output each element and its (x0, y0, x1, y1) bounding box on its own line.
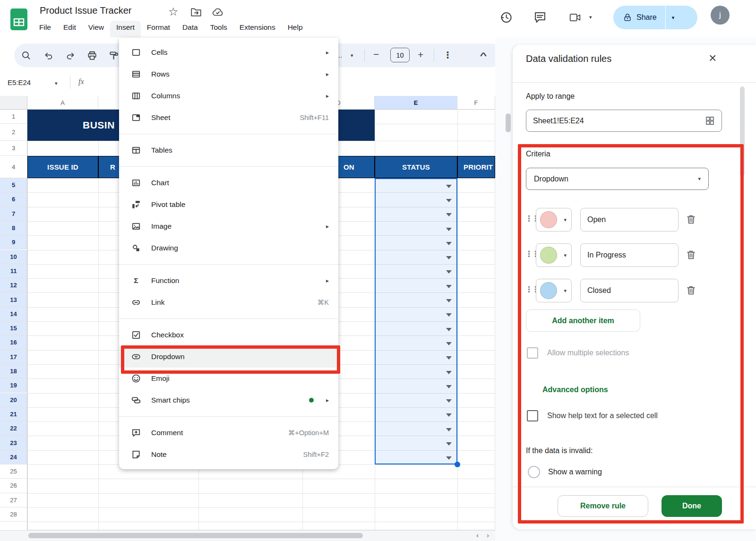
cell-dropdown-caret-icon[interactable] (446, 342, 452, 345)
status-dropdown-cell-E10[interactable] (376, 251, 456, 265)
redo-icon[interactable] (65, 51, 76, 61)
row-header-2[interactable]: 2 (0, 124, 27, 141)
share-caret-icon[interactable]: ▾ (672, 15, 675, 20)
status-dropdown-cell-E24[interactable] (376, 451, 456, 465)
cell-dropdown-caret-icon[interactable] (446, 299, 452, 302)
meet-caret-icon[interactable]: ▾ (589, 15, 592, 20)
toolbar-overflow-icon[interactable]: ⋮ (443, 50, 452, 60)
selected-range-E5-E24[interactable] (375, 178, 457, 464)
row-header-9[interactable]: 9 (0, 235, 27, 249)
cell-dropdown-caret-icon[interactable] (446, 256, 452, 259)
cell-dropdown-caret-icon[interactable] (446, 270, 452, 274)
menubar-item-insert[interactable]: Insert (110, 21, 141, 37)
show-warning-radio[interactable] (528, 466, 540, 478)
row-header-11[interactable]: 11 (0, 264, 27, 278)
remove-rule-button[interactable]: Remove rule (558, 495, 648, 517)
status-dropdown-cell-E22[interactable] (376, 422, 456, 437)
status-dropdown-cell-E14[interactable] (376, 308, 456, 322)
sheets-logo[interactable] (10, 9, 29, 32)
row-header-20[interactable]: 20 (0, 393, 27, 407)
font-dropdown-fragment[interactable]: .. (338, 51, 342, 59)
cell-dropdown-caret-icon[interactable] (446, 428, 452, 431)
cell-dropdown-caret-icon[interactable] (446, 356, 452, 360)
column-header-E[interactable]: E (375, 96, 457, 110)
panel-scrollbar[interactable] (740, 86, 745, 176)
cell-dropdown-caret-icon[interactable] (446, 456, 452, 460)
menu-item-function[interactable]: ΣFunction▸ (119, 270, 338, 292)
menubar-item-data[interactable]: Data (176, 21, 204, 37)
row-header-24[interactable]: 24 (0, 450, 27, 464)
name-box-caret-icon[interactable]: ▾ (55, 81, 58, 86)
move-to-folder-icon[interactable] (190, 6, 202, 18)
print-icon[interactable] (87, 51, 97, 61)
column-header-A[interactable]: A (27, 96, 98, 110)
status-dropdown-cell-E18[interactable] (376, 365, 456, 379)
avatar[interactable]: j (711, 6, 730, 25)
menu-item-image[interactable]: Image▸ (119, 215, 338, 237)
row-header-8[interactable]: 8 (0, 221, 27, 235)
status-dropdown-cell-E12[interactable] (376, 279, 456, 293)
menu-item-sheet[interactable]: SheetShift+F11 (119, 107, 338, 129)
meet-camera-icon[interactable] (568, 11, 582, 24)
option-label-input-1[interactable] (580, 208, 679, 232)
advanced-options-link[interactable]: Advanced options (542, 386, 608, 394)
criteria-select[interactable]: Dropdown ▾ (526, 168, 709, 190)
menu-item-checkbox[interactable]: Checkbox (119, 324, 338, 346)
color-chip-button-3[interactable]: ▾ (536, 279, 572, 302)
allow-multiple-checkbox[interactable] (527, 347, 538, 359)
status-dropdown-cell-E7[interactable] (376, 208, 456, 222)
row-header-25[interactable]: 25 (0, 464, 27, 479)
scroll-left-icon[interactable]: ‹ (476, 531, 479, 539)
status-dropdown-cell-E9[interactable] (376, 236, 456, 250)
menu-item-pivot-table[interactable]: Pivot table (119, 194, 338, 215)
share-button[interactable]: Share ▾ (613, 6, 697, 29)
cell-dropdown-caret-icon[interactable] (446, 213, 452, 216)
column-header-F[interactable]: F (457, 96, 495, 110)
cell-dropdown-caret-icon[interactable] (446, 199, 452, 202)
menu-item-comment[interactable]: Comment⌘+Option+M (119, 422, 338, 444)
color-chip-button-2[interactable]: ▾ (536, 243, 572, 267)
header-cell-E4[interactable]: STATUS (375, 156, 457, 178)
status-dropdown-cell-E15[interactable] (376, 322, 456, 336)
font-size-decrease-button[interactable]: − (373, 49, 379, 60)
menu-item-note[interactable]: NoteShift+F2 (119, 444, 338, 465)
row-header-3[interactable]: 3 (0, 141, 27, 156)
scroll-right-icon[interactable]: › (487, 531, 489, 539)
name-box[interactable]: E5:E24 (8, 78, 31, 86)
option-label-input-2[interactable] (580, 243, 679, 267)
menu-item-drawing[interactable]: Drawing (119, 237, 338, 259)
menubar-item-extensions[interactable]: Extensions (233, 21, 282, 37)
document-title[interactable]: Product Issue Tracker (40, 5, 132, 16)
grid-vertical-scrollbar[interactable] (506, 113, 511, 132)
status-dropdown-cell-E6[interactable] (376, 193, 456, 207)
row-header-19[interactable]: 19 (0, 378, 27, 393)
grid-corner-box[interactable] (0, 96, 27, 110)
paint-format-icon[interactable] (109, 51, 119, 61)
menu-item-dropdown[interactable]: Dropdown (119, 346, 338, 368)
delete-option-icon[interactable] (685, 214, 697, 225)
row-header-16[interactable]: 16 (0, 335, 27, 350)
status-dropdown-cell-E16[interactable] (376, 336, 456, 351)
status-dropdown-cell-E11[interactable] (376, 265, 456, 279)
cell-dropdown-caret-icon[interactable] (446, 385, 452, 388)
row-header-27[interactable]: 27 (0, 493, 27, 507)
cell-dropdown-caret-icon[interactable] (446, 442, 452, 446)
row-header-14[interactable]: 14 (0, 307, 27, 321)
status-dropdown-cell-E21[interactable] (376, 408, 456, 422)
status-dropdown-cell-E19[interactable] (376, 379, 456, 394)
cloud-status-icon[interactable] (212, 6, 224, 18)
status-dropdown-cell-E13[interactable] (376, 293, 456, 308)
cell-dropdown-caret-icon[interactable] (446, 313, 452, 317)
row-header-21[interactable]: 21 (0, 407, 27, 421)
undo-icon[interactable] (43, 51, 54, 61)
row-header-5[interactable]: 5 (0, 178, 27, 192)
menubar-item-file[interactable]: File (33, 21, 57, 37)
menu-item-columns[interactable]: Columns▸ (119, 85, 338, 107)
header-cell-A4[interactable]: ISSUE ID (27, 156, 98, 178)
cell-dropdown-caret-icon[interactable] (446, 399, 452, 403)
status-dropdown-cell-E8[interactable] (376, 222, 456, 236)
menubar-item-edit[interactable]: Edit (57, 21, 82, 37)
search-icon[interactable] (21, 50, 31, 60)
font-size-increase-button[interactable]: + (418, 49, 423, 60)
row-header-4[interactable]: 4 (0, 156, 27, 178)
